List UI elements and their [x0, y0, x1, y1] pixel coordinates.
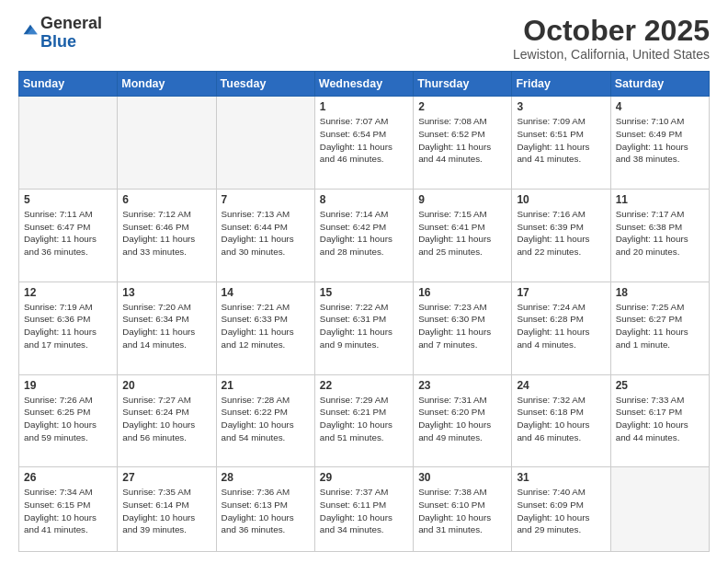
calendar-cell: 5Sunrise: 7:11 AM Sunset: 6:47 PM Daylig… [19, 189, 118, 282]
day-info: Sunrise: 7:21 AM Sunset: 6:33 PM Dayligh… [222, 301, 310, 351]
calendar-week-3: 12Sunrise: 7:19 AM Sunset: 6:36 PM Dayli… [19, 282, 710, 374]
calendar-cell: 31Sunrise: 7:40 AM Sunset: 6:09 PM Dayli… [512, 467, 610, 552]
day-number: 14 [222, 286, 310, 299]
day-info: Sunrise: 7:09 AM Sunset: 6:51 PM Dayligh… [517, 115, 605, 166]
calendar-cell: 4Sunrise: 7:10 AM Sunset: 6:49 PM Daylig… [610, 97, 709, 190]
day-info: Sunrise: 7:31 AM Sunset: 6:20 PM Dayligh… [418, 394, 506, 444]
day-number: 5 [24, 193, 112, 206]
day-number: 29 [320, 471, 408, 484]
calendar-cell: 21Sunrise: 7:28 AM Sunset: 6:22 PM Dayli… [216, 374, 314, 467]
day-info: Sunrise: 7:24 AM Sunset: 6:28 PM Dayligh… [517, 301, 605, 351]
page: General Blue October 2025 Lewiston, Cali… [0, 0, 728, 563]
calendar-cell: 20Sunrise: 7:27 AM Sunset: 6:24 PM Dayli… [118, 374, 216, 467]
calendar-cell: 11Sunrise: 7:17 AM Sunset: 6:38 PM Dayli… [610, 189, 709, 282]
calendar-cell: 6Sunrise: 7:12 AM Sunset: 6:46 PM Daylig… [118, 189, 216, 282]
calendar-cell: 26Sunrise: 7:34 AM Sunset: 6:15 PM Dayli… [19, 467, 118, 552]
day-number: 17 [517, 286, 605, 299]
day-number: 11 [616, 193, 704, 206]
day-number: 2 [418, 100, 506, 113]
calendar-cell: 15Sunrise: 7:22 AM Sunset: 6:31 PM Dayli… [314, 282, 413, 374]
day-number: 23 [418, 379, 506, 392]
day-number: 3 [517, 100, 605, 113]
day-number: 12 [24, 286, 112, 299]
calendar-cell: 8Sunrise: 7:14 AM Sunset: 6:42 PM Daylig… [314, 189, 413, 282]
location: Lewiston, California, United States [513, 47, 710, 62]
logo-icon [20, 19, 40, 40]
day-info: Sunrise: 7:22 AM Sunset: 6:31 PM Dayligh… [320, 301, 408, 351]
calendar-cell [610, 467, 709, 552]
day-info: Sunrise: 7:12 AM Sunset: 6:46 PM Dayligh… [122, 208, 210, 259]
day-info: Sunrise: 7:10 AM Sunset: 6:49 PM Dayligh… [616, 115, 704, 166]
day-number: 22 [320, 379, 408, 392]
calendar-cell: 2Sunrise: 7:08 AM Sunset: 6:52 PM Daylig… [414, 97, 512, 190]
calendar-week-5: 26Sunrise: 7:34 AM Sunset: 6:15 PM Dayli… [19, 467, 710, 552]
calendar-cell: 12Sunrise: 7:19 AM Sunset: 6:36 PM Dayli… [19, 282, 118, 374]
col-thursday: Thursday [414, 72, 512, 97]
calendar-cell [216, 97, 314, 190]
day-info: Sunrise: 7:13 AM Sunset: 6:44 PM Dayligh… [222, 208, 310, 259]
day-info: Sunrise: 7:38 AM Sunset: 6:10 PM Dayligh… [418, 486, 506, 536]
calendar-cell: 17Sunrise: 7:24 AM Sunset: 6:28 PM Dayli… [512, 282, 610, 374]
day-info: Sunrise: 7:20 AM Sunset: 6:34 PM Dayligh… [122, 301, 210, 351]
logo-general: General [40, 14, 102, 32]
day-number: 30 [418, 471, 506, 484]
calendar-cell: 23Sunrise: 7:31 AM Sunset: 6:20 PM Dayli… [414, 374, 512, 467]
day-info: Sunrise: 7:32 AM Sunset: 6:18 PM Dayligh… [517, 394, 605, 444]
calendar-cell: 10Sunrise: 7:16 AM Sunset: 6:39 PM Dayli… [512, 189, 610, 282]
day-number: 26 [24, 471, 112, 484]
calendar-cell: 22Sunrise: 7:29 AM Sunset: 6:21 PM Dayli… [314, 374, 413, 467]
calendar-cell [118, 97, 216, 190]
calendar-cell: 27Sunrise: 7:35 AM Sunset: 6:14 PM Dayli… [118, 467, 216, 552]
calendar-header-row: Sunday Monday Tuesday Wednesday Thursday… [19, 72, 710, 97]
day-number: 16 [418, 286, 506, 299]
calendar-cell: 16Sunrise: 7:23 AM Sunset: 6:30 PM Dayli… [414, 282, 512, 374]
day-number: 25 [616, 379, 704, 392]
col-sunday: Sunday [19, 72, 118, 97]
day-info: Sunrise: 7:08 AM Sunset: 6:52 PM Dayligh… [418, 115, 506, 166]
day-number: 7 [222, 193, 310, 206]
day-number: 18 [616, 286, 704, 299]
col-tuesday: Tuesday [216, 72, 314, 97]
calendar-cell: 30Sunrise: 7:38 AM Sunset: 6:10 PM Dayli… [414, 467, 512, 552]
day-info: Sunrise: 7:19 AM Sunset: 6:36 PM Dayligh… [24, 301, 112, 351]
day-number: 9 [418, 193, 506, 206]
day-info: Sunrise: 7:29 AM Sunset: 6:21 PM Dayligh… [320, 394, 408, 444]
month-title: October 2025 [513, 15, 710, 47]
day-number: 6 [122, 193, 210, 206]
day-number: 27 [122, 471, 210, 484]
day-info: Sunrise: 7:37 AM Sunset: 6:11 PM Dayligh… [320, 486, 408, 536]
logo-text: General Blue [40, 15, 102, 52]
day-number: 1 [320, 100, 408, 113]
day-info: Sunrise: 7:15 AM Sunset: 6:41 PM Dayligh… [418, 208, 506, 259]
calendar-cell: 18Sunrise: 7:25 AM Sunset: 6:27 PM Dayli… [610, 282, 709, 374]
day-info: Sunrise: 7:14 AM Sunset: 6:42 PM Dayligh… [320, 208, 408, 259]
header: General Blue October 2025 Lewiston, Cali… [18, 15, 710, 62]
day-number: 15 [320, 286, 408, 299]
day-info: Sunrise: 7:28 AM Sunset: 6:22 PM Dayligh… [222, 394, 310, 444]
day-info: Sunrise: 7:17 AM Sunset: 6:38 PM Dayligh… [616, 208, 704, 259]
day-info: Sunrise: 7:07 AM Sunset: 6:54 PM Dayligh… [320, 115, 408, 166]
calendar-cell: 9Sunrise: 7:15 AM Sunset: 6:41 PM Daylig… [414, 189, 512, 282]
day-info: Sunrise: 7:23 AM Sunset: 6:30 PM Dayligh… [418, 301, 506, 351]
day-info: Sunrise: 7:36 AM Sunset: 6:13 PM Dayligh… [222, 486, 310, 536]
title-block: October 2025 Lewiston, California, Unite… [513, 15, 710, 62]
day-number: 31 [517, 471, 605, 484]
day-number: 19 [24, 379, 112, 392]
calendar-table: Sunday Monday Tuesday Wednesday Thursday… [18, 71, 710, 552]
calendar-week-1: 1Sunrise: 7:07 AM Sunset: 6:54 PM Daylig… [19, 97, 710, 190]
calendar-cell [19, 97, 118, 190]
calendar-cell: 13Sunrise: 7:20 AM Sunset: 6:34 PM Dayli… [118, 282, 216, 374]
logo: General Blue [18, 15, 102, 52]
day-info: Sunrise: 7:34 AM Sunset: 6:15 PM Dayligh… [24, 486, 112, 536]
calendar-cell: 19Sunrise: 7:26 AM Sunset: 6:25 PM Dayli… [19, 374, 118, 467]
day-number: 24 [517, 379, 605, 392]
col-monday: Monday [118, 72, 216, 97]
day-number: 21 [222, 379, 310, 392]
day-info: Sunrise: 7:26 AM Sunset: 6:25 PM Dayligh… [24, 394, 112, 444]
day-number: 20 [122, 379, 210, 392]
day-number: 4 [616, 100, 704, 113]
calendar-cell: 25Sunrise: 7:33 AM Sunset: 6:17 PM Dayli… [610, 374, 709, 467]
calendar-cell: 7Sunrise: 7:13 AM Sunset: 6:44 PM Daylig… [216, 189, 314, 282]
day-info: Sunrise: 7:25 AM Sunset: 6:27 PM Dayligh… [616, 301, 704, 351]
day-info: Sunrise: 7:40 AM Sunset: 6:09 PM Dayligh… [517, 486, 605, 536]
